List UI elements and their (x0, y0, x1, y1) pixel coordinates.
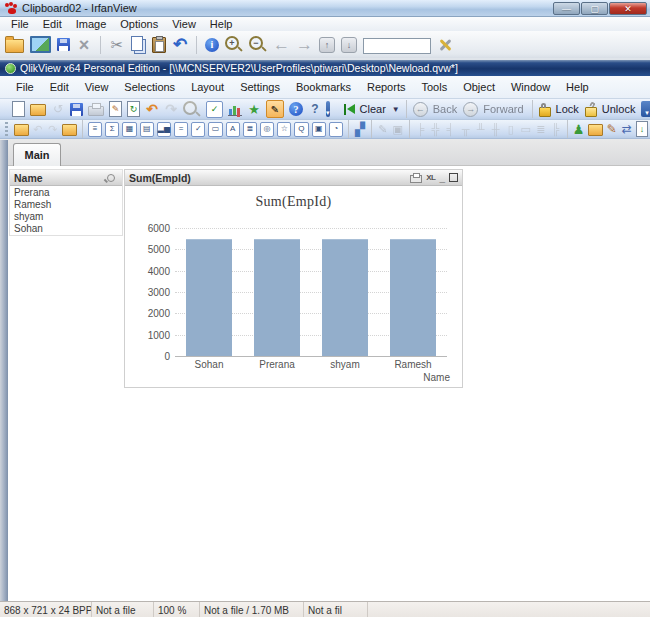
clear-button[interactable]: Clear (360, 103, 386, 115)
clear-dropdown-arrow[interactable]: ▼ (392, 105, 400, 114)
create-container-icon[interactable]: ▣ (312, 122, 326, 137)
adjust-left-icon[interactable]: ▭ (520, 124, 532, 135)
export-page-icon[interactable]: ↓ (636, 121, 648, 137)
format-painter-icon[interactable]: ✎ (377, 124, 389, 135)
create-text-icon[interactable]: A (226, 122, 240, 137)
undo-icon[interactable]: ↶ (145, 102, 159, 116)
search-icon[interactable] (107, 174, 115, 182)
prev-image-icon[interactable]: ← (273, 36, 290, 53)
last-page-icon[interactable]: ↓ (341, 37, 357, 53)
print-icon[interactable] (88, 106, 104, 116)
chart-bar[interactable] (186, 239, 232, 356)
new-sheet-icon[interactable] (14, 124, 29, 136)
lock-icon[interactable] (539, 107, 551, 117)
sheet-tab-main[interactable]: Main (13, 143, 61, 166)
save-icon[interactable] (70, 103, 83, 116)
new-document-icon[interactable] (12, 101, 25, 117)
listbox-caption[interactable]: Name (10, 170, 122, 186)
irfanview-titlebar[interactable]: Clipboard02 - IrfanView — ▢ ✕ (0, 0, 650, 17)
lock-button[interactable]: Lock (556, 103, 579, 115)
create-search-object-icon[interactable]: Q (294, 122, 308, 137)
align-top-icon[interactable]: ╥ (460, 124, 472, 135)
space-vertical-icon[interactable]: ▯ (505, 124, 517, 135)
list-item[interactable]: shyam (12, 211, 122, 223)
menu-help[interactable]: Help (203, 18, 240, 30)
redo-icon[interactable]: ↷ (164, 102, 178, 116)
properties-tools-icon[interactable] (437, 37, 453, 53)
send-to-excel-icon[interactable]: XL (426, 173, 435, 182)
cut-icon[interactable]: ✂ (109, 37, 125, 52)
create-listbox-icon[interactable]: ≡ (88, 122, 102, 137)
menu-window[interactable]: Window (503, 81, 558, 93)
snap-grid-icon[interactable]: ╠ (550, 124, 562, 135)
menu-options[interactable]: Options (113, 18, 165, 30)
open-icon[interactable] (30, 104, 46, 116)
favorites-icon[interactable]: ★ (247, 103, 261, 116)
back-icon[interactable]: ← (413, 102, 428, 117)
list-item[interactable]: Sohan (12, 223, 122, 235)
create-slider-icon[interactable]: ≣ (243, 122, 257, 137)
zoom-out-icon[interactable]: − (249, 36, 263, 50)
refresh-icon[interactable]: ↺ (51, 103, 65, 115)
reload-data-icon[interactable]: ↻ (127, 101, 140, 117)
align-left-icon[interactable]: ╞ (415, 124, 427, 135)
open-folder-icon[interactable] (588, 124, 603, 136)
first-page-icon[interactable]: ↑ (319, 37, 335, 53)
menu-bookmarks[interactable]: Bookmarks (288, 81, 359, 93)
toolbar-overflow-button[interactable]: ▾ (326, 101, 330, 117)
menu-view[interactable]: View (77, 81, 117, 93)
page-number-input[interactable] (363, 38, 431, 54)
grid-design-icon[interactable]: ▣ (392, 124, 404, 135)
user-preferences-icon[interactable]: ♟ (573, 123, 585, 136)
chart-caption[interactable]: Sum(EmpId) XL _ (125, 170, 462, 186)
demote-sheet-icon[interactable]: ↷ (47, 124, 59, 135)
create-multi-box-icon[interactable]: = (174, 122, 188, 137)
quick-chart-wizard-icon[interactable] (228, 102, 242, 116)
open-icon[interactable] (5, 39, 24, 53)
back-button[interactable]: Back (433, 103, 457, 115)
menu-object[interactable]: Object (455, 81, 503, 93)
menu-tools[interactable]: Tools (413, 81, 455, 93)
menu-edit[interactable]: Edit (42, 81, 77, 93)
edit-module-icon[interactable]: ✎ (606, 123, 618, 135)
promote-sheet-icon[interactable]: ↶ (32, 124, 44, 135)
chart-bar[interactable] (390, 239, 436, 356)
page-number-input[interactable] (363, 35, 431, 54)
menu-reports[interactable]: Reports (359, 81, 414, 93)
space-horizontal-icon[interactable]: ╫ (490, 124, 502, 135)
search-icon[interactable] (183, 101, 197, 115)
next-image-icon[interactable]: → (296, 36, 313, 53)
edit-mode-icon[interactable]: ✎ (266, 100, 284, 118)
menu-selections[interactable]: Selections (116, 81, 183, 93)
undo-icon[interactable]: ↶ (172, 36, 188, 53)
connect-icon[interactable]: ⇄ (621, 123, 633, 135)
list-item[interactable]: Ramesh (12, 199, 122, 211)
menu-layout[interactable]: Layout (183, 81, 232, 93)
close-button[interactable]: ✕ (609, 2, 647, 15)
create-bookmark-object-icon[interactable]: ◎ (260, 122, 274, 137)
menu-edit[interactable]: Edit (36, 18, 69, 30)
copy-icon[interactable] (131, 36, 143, 51)
clear-icon[interactable] (344, 104, 355, 115)
wizard-icon[interactable]: ▞ (354, 123, 366, 136)
menu-help[interactable]: Help (558, 81, 597, 93)
unlock-button[interactable]: Unlock (602, 103, 636, 115)
zoom-in-icon[interactable]: + (225, 36, 239, 50)
align-bottom-icon[interactable]: ╨ (475, 124, 487, 135)
current-selections-icon[interactable]: ✓ (206, 101, 223, 118)
sheet-properties-icon[interactable] (62, 124, 77, 136)
slideshow-icon[interactable] (30, 36, 51, 53)
create-input-box-icon[interactable]: ▤ (140, 122, 154, 137)
chart-bar[interactable] (254, 239, 300, 356)
whats-this-icon[interactable]: ? (308, 103, 322, 115)
adjust-top-icon[interactable]: ≣ (535, 124, 547, 135)
align-center-icon[interactable]: ╬ (430, 124, 442, 135)
menu-file[interactable]: File (4, 18, 36, 30)
menu-image[interactable]: Image (69, 18, 114, 30)
edit-script-icon[interactable]: ✎ (109, 101, 122, 117)
info-icon[interactable]: i (205, 38, 219, 52)
unlock-icon[interactable] (585, 107, 597, 117)
minimize-icon[interactable]: _ (439, 176, 445, 180)
forward-button[interactable]: Forward (483, 103, 523, 115)
list-item[interactable]: Prerana (12, 187, 122, 199)
